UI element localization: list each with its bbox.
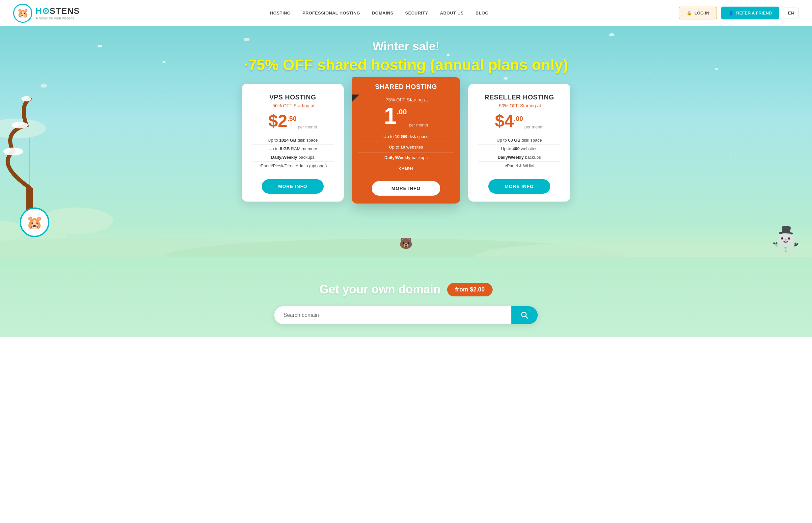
domain-section: 🐻 Get your own domain from $2.00 [0,257,812,337]
svg-line-11 [526,317,528,319]
logo-h: H [36,6,42,16]
reseller-price-month: per month [524,125,544,129]
pricing-cards: VPS HOSTING -50% OFF Starting at $2 .50 … [225,84,587,203]
reseller-card: RESELLER HOSTING -50% OFF Starting at $4… [468,84,570,202]
reseller-features: Up to 60 GB disk space Up to 400 website… [478,136,560,170]
nav-item-domains[interactable]: DOMAINS [372,11,393,16]
snow-hills-bottom [0,231,812,257]
vps-feature-3: Daily/Weekly backups [252,153,334,162]
refer-label: REFER A FRIEND [736,11,772,16]
vps-price-month: per month [298,125,317,129]
svg-point-6 [33,226,66,242]
domain-price-badge: from $2.00 [447,283,493,296]
domain-search-input[interactable] [274,306,511,324]
nav-links: HOSTING PROFESSIONAL HOSTING DOMAINS SEC… [270,11,488,16]
lock-icon: 🔒 [686,11,692,16]
vps-price-main: $2 [269,112,288,129]
reseller-feature-3: Daily/Weekly backups [478,153,560,162]
svg-rect-0 [26,188,33,227]
domain-search-button[interactable] [511,306,538,324]
hero-subtitle: ·75% OFF shared hosting (annual plans on… [244,56,568,74]
reseller-more-info-button[interactable]: MORE INFO [488,179,550,194]
hero-title: Winter sale! [372,39,440,53]
shared-feature-4: cPanel [358,163,454,173]
shared-feature-2: Up to 10 websites [358,142,454,152]
vps-feature-1: Up to 1024 GB disk space [252,136,334,145]
shared-features: Up to 10 GB disk space Up to 10 websites… [352,131,460,173]
reseller-feature-2: Up to 400 websites [478,145,560,153]
reseller-price-main: $4 [495,112,514,129]
shared-header: SHARED HOSTING [352,77,460,94]
reseller-discount: -50% OFF Starting at [498,103,541,108]
shared-feature-1: Up to 10 GB disk space [358,131,454,142]
nav-item-security[interactable]: SECURITY [405,11,428,16]
domain-title-row: Get your own domain from $2.00 [319,283,493,296]
shared-price: 1 .00 per month [358,104,454,127]
logo-tagline: A home for your website [36,16,80,20]
reseller-feature-4: cPanel & WHM [478,162,560,170]
language-selector[interactable]: EN [783,7,799,18]
nav-item-blog[interactable]: BLOG [476,11,488,16]
domain-title: Get your own domain [319,283,441,296]
vps-feature-2: Up to 8 GB RAM memory [252,145,334,153]
shared-feature-3: Daily/Weekly backups [358,152,454,163]
nav-item-about-us[interactable]: ABOUT US [440,11,464,16]
logo[interactable]: 🐹 H⊙STENS A home for your website [13,4,80,23]
hero-section: 🐹 Winter sale! ·75% OFF shared hosting (… [0,26,812,257]
vps-feature-4: cPanel/Plesk/DirectAdmin (optional) [252,162,334,170]
vps-discount: -50% OFF Starting at [271,103,314,108]
domain-search-bar [274,306,538,324]
vps-features: Up to 1024 GB disk space Up to 8 GB RAM … [252,136,334,170]
navbar: 🐹 H⊙STENS A home for your website HOSTIN… [0,0,812,26]
login-button[interactable]: 🔒 LOG IN [679,6,717,19]
reseller-title: RESELLER HOSTING [484,93,554,101]
shared-more-info-button[interactable]: MORE INFO [372,181,440,196]
vps-card: VPS HOSTING -50% OFF Starting at $2 .50 … [242,84,344,202]
vps-title: VPS HOSTING [269,93,316,101]
tree-decoration [0,53,66,257]
svg-point-8 [165,239,626,257]
login-label: LOG IN [695,11,709,16]
logo-icon: 🐹 [13,4,32,23]
search-icon [521,311,529,319]
snowman-decoration: ⛄ [766,227,806,257]
nav-item-hosting[interactable]: HOSTING [270,11,291,16]
user-icon: 👤 [728,11,734,16]
shared-price-sup: .00 [397,108,407,116]
svg-point-5 [0,221,26,240]
nav-item-professional-hosting[interactable]: PROFESSIONAL HOSTING [302,11,360,16]
shared-price-main: 1 [384,104,397,127]
logo-text: H⊙STENS A home for your website [36,6,80,20]
reseller-price-sup: .00 [514,115,523,123]
shared-price-month: per month [409,123,428,127]
svg-point-7 [0,237,329,257]
svg-point-4 [21,96,31,102]
svg-point-2 [3,147,23,156]
refer-friend-button[interactable]: 👤 REFER A FRIEND [721,6,779,19]
shared-title: SHARED HOSTING [358,83,454,91]
nav-actions: 🔒 LOG IN 👤 REFER A FRIEND EN [679,6,799,19]
vps-price-sup: .50 [288,115,297,123]
svg-point-3 [12,122,28,128]
vps-price: $2 .50 per month [269,112,317,129]
hero-subtitle-text: ·75% OFF shared hosting (annual plans on… [244,56,568,73]
logo-circle: ⊙ [42,6,50,16]
logo-name: H⊙STENS [36,6,80,16]
svg-point-9 [474,240,812,257]
reseller-price: $4 .00 per month [495,112,543,129]
hamster-circle-decoration: 🐹 [20,208,49,237]
shared-card: + WEBSITEBUILDER 🐻 SHARED HOSTING -75% O… [352,77,460,203]
reseller-feature-1: Up to 60 GB disk space [478,136,560,145]
vps-more-info-button[interactable]: MORE INFO [262,179,324,194]
